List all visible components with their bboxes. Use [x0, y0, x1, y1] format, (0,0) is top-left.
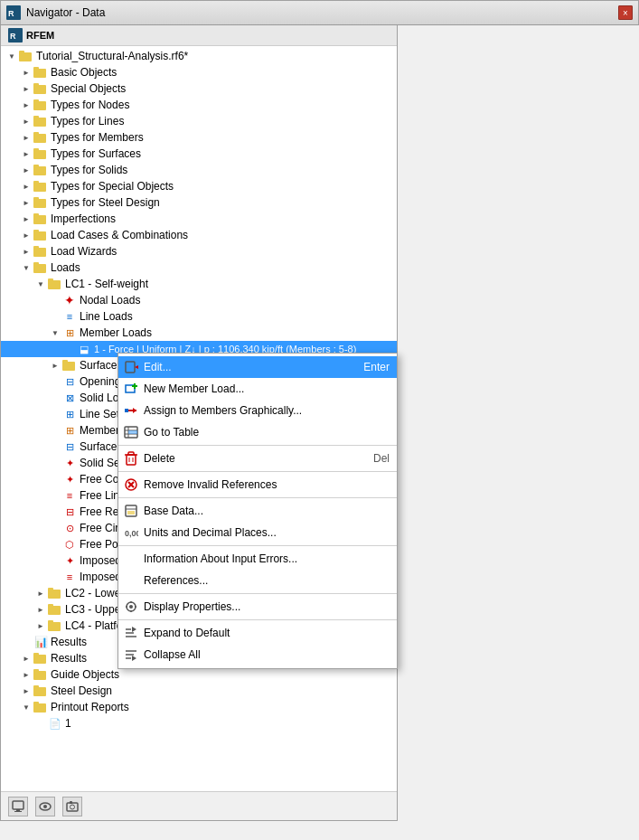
ctx-item-info-errors[interactable]: Information About Input Errors...: [118, 548, 397, 570]
tree-item-line-loads[interactable]: ≡ Line Loads: [1, 308, 397, 325]
expand-icon: [48, 407, 62, 421]
ctx-item-display-props[interactable]: Display Properties...: [118, 596, 397, 618]
svg-rect-31: [33, 262, 39, 266]
tree-item-nodal-loads[interactable]: ✦ Nodal Loads: [1, 292, 397, 308]
tree-item-types-lines[interactable]: Types for Lines: [1, 113, 397, 129]
free-circ-icon: ⊙: [62, 521, 77, 535]
item-label: Types for Solids: [51, 164, 127, 176]
svg-rect-15: [33, 132, 39, 136]
tree-item-load-cases[interactable]: Load Cases & Combinations: [1, 227, 397, 243]
svg-text:R: R: [8, 9, 14, 18]
surface-set-load-icon: ⊟: [62, 439, 77, 454]
free-conc-icon: ✦: [62, 472, 77, 486]
ctx-item-references[interactable]: References...: [118, 570, 397, 591]
footer-btn-3[interactable]: [62, 797, 82, 816]
tree-item-types-surfaces[interactable]: Types for Surfaces: [1, 146, 397, 162]
expand-icon: [48, 293, 62, 307]
svg-rect-39: [48, 604, 53, 608]
footer-btn-2[interactable]: [35, 797, 55, 816]
expand-icon: [62, 342, 77, 356]
ctx-item-collapse-all[interactable]: Collapse All: [118, 644, 397, 665]
folder-icon: [33, 99, 48, 111]
folder-icon: [33, 684, 48, 697]
item-label: Nodal Loads: [80, 294, 140, 307]
svg-rect-35: [62, 360, 68, 363]
ctx-item-delete[interactable]: Delete Del: [118, 448, 397, 469]
ctx-info-errors-label: Information About Input Errors...: [144, 552, 386, 565]
svg-rect-13: [33, 116, 39, 119]
folder-icon: [33, 229, 48, 241]
ctx-item-base-data[interactable]: Base Data...: [118, 500, 397, 522]
svg-rect-11: [33, 99, 39, 103]
edit-icon: [122, 358, 140, 376]
expand-icon: [19, 684, 33, 698]
tree-item-loads[interactable]: Loads: [1, 260, 397, 276]
tree-item-types-members[interactable]: Types for Members: [1, 129, 397, 146]
remove-invalid-icon: [122, 476, 140, 494]
ctx-new-member-load-label: New Member Load...: [144, 382, 386, 395]
solid-set-load-icon: ✦: [62, 456, 77, 470]
ctx-item-units[interactable]: 0,00 Units and Decimal Places...: [118, 522, 397, 543]
context-menu: Edit... Enter New Member Load...: [117, 353, 398, 669]
item-label: Types for Lines: [51, 115, 124, 127]
svg-rect-9: [33, 83, 39, 87]
tree-item-member-loads[interactable]: ⊞ Member Loads: [1, 325, 397, 341]
folder-icon: [48, 278, 62, 290]
ctx-item-remove-invalid[interactable]: Remove Invalid References: [118, 474, 397, 496]
tree-item-types-solids[interactable]: Types for Solids: [1, 162, 397, 178]
folder-icon: [33, 245, 48, 258]
tree-item-types-nodes[interactable]: Types for Nodes: [1, 97, 397, 113]
ctx-separator-6: [118, 619, 397, 620]
folder-icon: [33, 196, 48, 209]
close-button[interactable]: ×: [618, 5, 633, 20]
ctx-item-go-table[interactable]: Go to Table: [118, 421, 397, 443]
ctx-item-edit[interactable]: Edit... Enter: [118, 356, 397, 378]
footer-btn-1[interactable]: [8, 797, 28, 816]
folder-icon: [48, 619, 62, 632]
expand-icon: [48, 358, 62, 373]
tree-item-special-objects[interactable]: Special Objects: [1, 80, 397, 97]
expand-icon: [19, 179, 33, 193]
svg-rect-68: [125, 409, 128, 412]
expand-icon: [19, 98, 33, 112]
svg-rect-33: [48, 278, 53, 282]
svg-rect-61: [127, 370, 131, 372]
item-label: Results: [51, 636, 87, 648]
item-label: Types for Members: [51, 131, 144, 144]
tree-item-printout-reports[interactable]: Printout Reports: [1, 699, 397, 715]
tree-root-label: Tutorial_Structural-Analysis.rf6*: [36, 50, 188, 62]
expand-icon: [33, 277, 48, 291]
svg-rect-51: [16, 809, 20, 811]
expand-icon: [48, 309, 62, 324]
ctx-units-label: Units and Decimal Places...: [144, 526, 386, 539]
expand-icon: [19, 244, 33, 259]
svg-rect-49: [33, 702, 39, 705]
tree-item-types-special[interactable]: Types for Special Objects: [1, 178, 397, 194]
display-props-icon: [122, 598, 140, 616]
expand-icon: [19, 65, 33, 80]
expand-icon: [48, 505, 62, 519]
svg-rect-21: [33, 181, 39, 184]
svg-rect-57: [70, 801, 72, 804]
tree-item-load-wizards[interactable]: Load Wizards: [1, 243, 397, 260]
tree-item-printout-1[interactable]: 📄 1: [1, 715, 397, 731]
svg-point-56: [70, 805, 75, 809]
tree-item-types-steel[interactable]: Types for Steel Design: [1, 194, 397, 211]
ctx-edit-shortcut: Enter: [363, 361, 390, 373]
expand-icon: [19, 130, 33, 145]
tree-root[interactable]: Tutorial_Structural-Analysis.rf6*: [1, 48, 397, 64]
folder-icon: [33, 701, 48, 713]
svg-text:R: R: [10, 32, 16, 41]
ctx-collapse-all-label: Collapse All: [144, 648, 386, 661]
ctx-item-assign-members[interactable]: Assign to Members Graphically...: [118, 400, 397, 421]
tree-item-steel-design[interactable]: Steel Design: [1, 683, 397, 699]
svg-rect-25: [33, 213, 39, 217]
tree-item-lc1[interactable]: LC1 - Self-weight: [1, 276, 397, 292]
nodal-load-icon: ✦: [62, 293, 77, 307]
ctx-item-new-member-load[interactable]: New Member Load...: [118, 378, 397, 400]
svg-rect-17: [33, 148, 39, 152]
tree-item-basic-objects[interactable]: Basic Objects: [1, 64, 397, 80]
ctx-item-expand-default[interactable]: Expand to Default: [118, 622, 397, 644]
tree-item-imperfections[interactable]: Imperfections: [1, 211, 397, 227]
folder-icon: [33, 668, 48, 681]
